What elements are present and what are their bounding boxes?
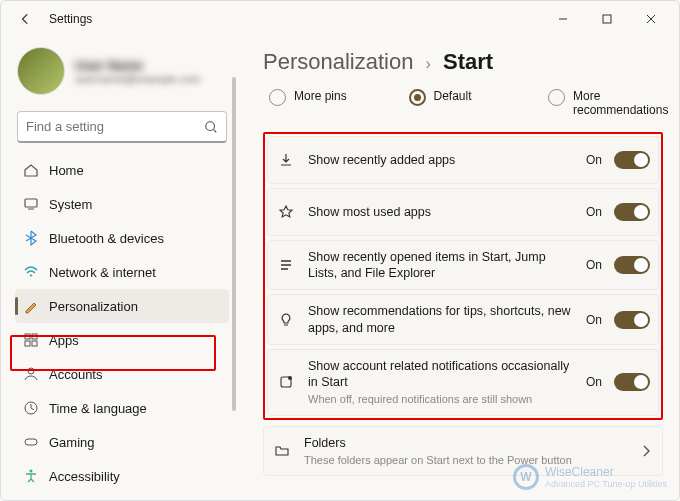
maximize-button[interactable] <box>585 5 629 33</box>
sidebar-item-apps[interactable]: Apps <box>15 323 229 357</box>
bluetooth-icon <box>23 230 39 246</box>
svg-point-10 <box>30 470 33 473</box>
apps-icon <box>23 332 39 348</box>
personalization-icon <box>23 298 39 314</box>
svg-point-1 <box>206 121 215 130</box>
sidebar-item-label: Network & internet <box>49 265 156 280</box>
setting-recent-items: Show recently opened items in Start, Jum… <box>267 240 659 291</box>
sidebar-item-label: Personalization <box>49 299 138 314</box>
toggle-state: On <box>586 258 602 272</box>
radio-icon <box>269 89 286 106</box>
breadcrumb: Personalization › Start <box>263 49 663 75</box>
setting-label: Show recently opened items in Start, Jum… <box>308 249 574 282</box>
svg-rect-4 <box>32 334 37 339</box>
search-input[interactable] <box>26 119 204 134</box>
sidebar-item-label: System <box>49 197 92 212</box>
radio-label: Default <box>434 89 472 103</box>
sidebar-item-bluetooth[interactable]: Bluetooth & devices <box>15 221 229 255</box>
setting-label: Show account related notifications occas… <box>308 358 574 391</box>
toggle-switch[interactable] <box>614 373 650 391</box>
sidebar-item-time[interactable]: Time & language <box>15 391 229 425</box>
minimize-icon <box>558 14 568 24</box>
search-box[interactable] <box>17 111 227 143</box>
network-icon <box>23 264 39 280</box>
setting-label: Show recommendations for tips, shortcuts… <box>308 303 574 336</box>
sidebar-item-label: Apps <box>49 333 79 348</box>
avatar <box>17 47 65 95</box>
radio-more-pins[interactable]: More pins <box>269 89 375 118</box>
svg-point-7 <box>28 368 34 374</box>
sidebar-item-privacy[interactable]: Privacy & security <box>15 493 229 500</box>
toggle-switch[interactable] <box>614 256 650 274</box>
system-icon <box>23 196 39 212</box>
setting-sublabel: When off, required notifications are sti… <box>308 392 574 406</box>
arrow-left-icon <box>19 12 33 26</box>
toggle-switch[interactable] <box>614 203 650 221</box>
svg-rect-9 <box>25 439 37 445</box>
setting-label-block: Show account related notifications occas… <box>308 358 574 407</box>
svg-point-12 <box>288 376 292 380</box>
radio-label: More pins <box>294 89 347 103</box>
profile-name: User Name <box>75 58 201 73</box>
profile[interactable]: User Name username@example.com <box>15 37 229 107</box>
setting-folders[interactable]: Folders These folders appear on Start ne… <box>263 426 663 477</box>
toggle-state: On <box>586 153 602 167</box>
breadcrumb-parent[interactable]: Personalization <box>263 49 413 74</box>
notification-icon <box>276 372 296 392</box>
window-title: Settings <box>49 12 92 26</box>
sidebar-scrollbar[interactable] <box>231 77 237 494</box>
setting-label: Show recently added apps <box>308 152 574 168</box>
close-icon <box>646 14 656 24</box>
back-button[interactable] <box>13 6 39 32</box>
list-icon <box>276 255 296 275</box>
toggle-switch[interactable] <box>614 151 650 169</box>
home-icon <box>23 162 39 178</box>
sidebar-item-network[interactable]: Network & internet <box>15 255 229 289</box>
radio-icon <box>548 89 565 106</box>
search-icon <box>204 120 218 134</box>
sidebar-item-accounts[interactable]: Accounts <box>15 357 229 391</box>
watermark-sub: Advanced PC Tune-up Utilities <box>545 479 667 489</box>
profile-sub: username@example.com <box>75 73 201 85</box>
setting-label: Folders <box>304 435 626 451</box>
setting-most-used: Show most used apps On <box>267 188 659 236</box>
radio-default[interactable]: Default <box>409 89 515 118</box>
lightbulb-icon <box>276 310 296 330</box>
sidebar-item-system[interactable]: System <box>15 187 229 221</box>
sidebar-item-home[interactable]: Home <box>15 153 229 187</box>
setting-account-notifications: Show account related notifications occas… <box>267 349 659 416</box>
radio-more-recommendations[interactable]: More recommendations <box>548 89 663 118</box>
radio-label: More recommendations <box>573 89 663 118</box>
sidebar: User Name username@example.com Home Syst… <box>1 37 239 500</box>
time-icon <box>23 400 39 416</box>
sidebar-item-label: Bluetooth & devices <box>49 231 164 246</box>
gaming-icon <box>23 434 39 450</box>
breadcrumb-current: Start <box>443 49 493 74</box>
sidebar-item-accessibility[interactable]: Accessibility <box>15 459 229 493</box>
svg-rect-2 <box>25 199 37 207</box>
sidebar-item-gaming[interactable]: Gaming <box>15 425 229 459</box>
sidebar-item-label: Accounts <box>49 367 102 382</box>
chevron-right-icon <box>638 443 654 459</box>
svg-rect-3 <box>25 334 30 339</box>
setting-recommendations: Show recommendations for tips, shortcuts… <box>267 294 659 345</box>
svg-rect-6 <box>32 341 37 346</box>
nav: Home System Bluetooth & devices Network … <box>15 153 229 500</box>
toggle-switch[interactable] <box>614 311 650 329</box>
main-content: Personalization › Start More pins Defaul… <box>239 37 679 500</box>
setting-label: Show most used apps <box>308 204 574 220</box>
maximize-icon <box>602 14 612 24</box>
sidebar-item-personalization[interactable]: Personalization <box>15 289 229 323</box>
accessibility-icon <box>23 468 39 484</box>
radio-icon <box>409 89 426 106</box>
toggle-state: On <box>586 313 602 327</box>
setting-sublabel: These folders appear on Start next to th… <box>304 453 626 467</box>
toggle-state: On <box>586 375 602 389</box>
close-button[interactable] <box>629 5 673 33</box>
titlebar: Settings <box>1 1 679 37</box>
svg-rect-5 <box>25 341 30 346</box>
minimize-button[interactable] <box>541 5 585 33</box>
folder-icon <box>272 441 292 461</box>
star-icon <box>276 202 296 222</box>
toggle-state: On <box>586 205 602 219</box>
